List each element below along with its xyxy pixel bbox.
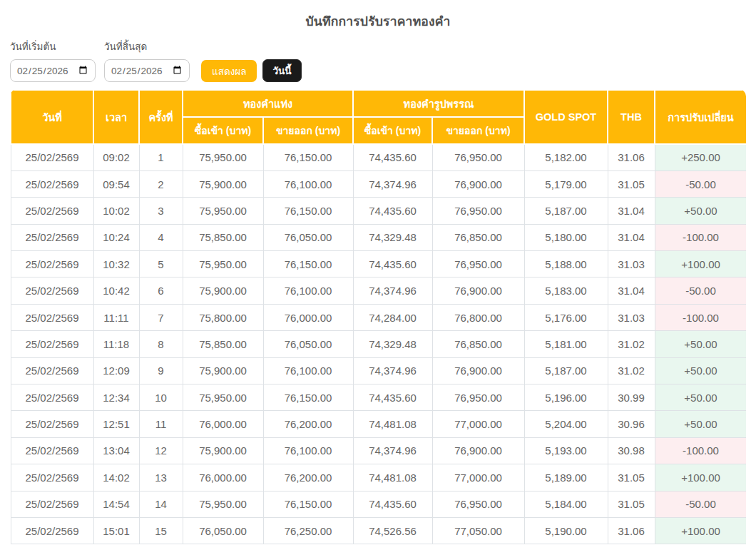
cell-time: 12:34 xyxy=(93,384,139,411)
cell-thb: 31.05 xyxy=(608,170,655,197)
table-row: 25/02/256911:11775,800.0076,000.0074,284… xyxy=(11,304,746,330)
cell-orn-sell: 76,950.00 xyxy=(432,251,524,277)
cell-orn-sell: 76,900.00 xyxy=(432,437,524,464)
cell-thb: 31.05 xyxy=(608,491,655,517)
table-row: 25/02/256910:32575,950.0076,150.0074,435… xyxy=(11,251,746,277)
cell-date: 25/02/2569 xyxy=(11,491,93,517)
cell-change: +100.00 xyxy=(655,251,746,277)
cell-orn-buy: 74,435.60 xyxy=(353,251,432,277)
cell-orn-buy: 74,526.56 xyxy=(353,517,432,544)
cell-orn-sell: 76,900.00 xyxy=(432,357,524,384)
cell-bar-buy: 76,000.00 xyxy=(183,464,263,491)
cell-orn-sell: 76,850.00 xyxy=(432,331,524,357)
cell-time: 09:02 xyxy=(93,144,139,170)
cell-bar-buy: 75,900.00 xyxy=(183,277,263,304)
cell-change: -50.00 xyxy=(655,277,746,304)
cell-bar-sell: 76,200.00 xyxy=(263,411,353,437)
table-row: 25/02/256909:54275,900.0076,100.0074,374… xyxy=(11,170,746,197)
cell-spot: 5,179.00 xyxy=(524,170,608,197)
end-date-label: วันที่สิ้นสุด xyxy=(104,39,190,54)
table-row: 25/02/256910:02375,950.0076,150.0074,435… xyxy=(11,198,746,224)
cell-no: 1 xyxy=(139,144,183,170)
cell-time: 10:42 xyxy=(93,277,139,304)
header-bar-sell: ขายออก (บาท) xyxy=(263,117,353,144)
cell-time: 14:54 xyxy=(93,491,139,517)
table-row: 25/02/256909:02175,950.0076,150.0074,435… xyxy=(11,144,746,170)
end-date-input[interactable] xyxy=(104,59,190,82)
table-row: 25/02/256911:18875,850.0076,050.0074,329… xyxy=(11,331,746,357)
cell-change: +50.00 xyxy=(655,384,746,411)
cell-orn-sell: 76,900.00 xyxy=(432,170,524,197)
cell-change: +50.00 xyxy=(655,198,746,224)
cell-date: 25/02/2569 xyxy=(11,464,93,491)
table-row: 25/02/256914:021376,000.0076,200.0074,48… xyxy=(11,464,746,491)
cell-bar-buy: 75,950.00 xyxy=(183,198,263,224)
cell-orn-buy: 74,481.08 xyxy=(353,464,432,491)
cell-time: 12:51 xyxy=(93,411,139,437)
cell-time: 11:18 xyxy=(93,331,139,357)
cell-bar-sell: 76,100.00 xyxy=(263,437,353,464)
cell-no: 11 xyxy=(139,411,183,437)
cell-time: 11:11 xyxy=(93,304,139,330)
header-gold-bar-group: ทองคำแท่ง xyxy=(183,90,353,117)
header-gold-spot: GOLD SPOT xyxy=(524,90,608,144)
cell-date: 25/02/2569 xyxy=(11,251,93,277)
cell-change: -50.00 xyxy=(655,491,746,517)
cell-time: 15:01 xyxy=(93,517,139,544)
cell-orn-sell: 76,800.00 xyxy=(432,304,524,330)
cell-time: 10:32 xyxy=(93,251,139,277)
cell-spot: 5,183.00 xyxy=(524,277,608,304)
cell-bar-buy: 75,900.00 xyxy=(183,357,263,384)
table-body: 25/02/256909:02175,950.0076,150.0074,435… xyxy=(11,144,746,544)
cell-date: 25/02/2569 xyxy=(11,437,93,464)
header-orn-buy: ซื้อเข้า (บาท) xyxy=(353,117,432,144)
table-row: 25/02/256910:42675,900.0076,100.0074,374… xyxy=(11,277,746,304)
cell-date: 25/02/2569 xyxy=(11,198,93,224)
cell-thb: 31.02 xyxy=(608,357,655,384)
cell-spot: 5,196.00 xyxy=(524,384,608,411)
table-row: 25/02/256912:09975,900.0076,100.0074,374… xyxy=(11,357,746,384)
cell-orn-sell: 77,000.00 xyxy=(432,411,524,437)
cell-orn-sell: 76,850.00 xyxy=(432,224,524,250)
cell-date: 25/02/2569 xyxy=(11,357,93,384)
filter-bar: วันที่เริ่มต้น วันที่สิ้นสุด แสดงผล วันน… xyxy=(10,39,746,82)
cell-no: 9 xyxy=(139,357,183,384)
cell-bar-sell: 76,100.00 xyxy=(263,357,353,384)
cell-time: 12:09 xyxy=(93,357,139,384)
cell-bar-sell: 76,200.00 xyxy=(263,464,353,491)
cell-bar-sell: 76,150.00 xyxy=(263,251,353,277)
cell-orn-buy: 74,435.60 xyxy=(353,198,432,224)
cell-change: +100.00 xyxy=(655,517,746,544)
cell-date: 25/02/2569 xyxy=(11,304,93,330)
cell-date: 25/02/2569 xyxy=(11,170,93,197)
cell-time: 10:02 xyxy=(93,198,139,224)
table-row: 25/02/256912:511176,000.0076,200.0074,48… xyxy=(11,411,746,437)
cell-spot: 5,204.00 xyxy=(524,411,608,437)
cell-no: 10 xyxy=(139,384,183,411)
cell-spot: 5,187.00 xyxy=(524,357,608,384)
cell-change: +100.00 xyxy=(655,464,746,491)
cell-date: 25/02/2569 xyxy=(11,144,93,170)
cell-bar-buy: 75,950.00 xyxy=(183,251,263,277)
cell-thb: 31.03 xyxy=(608,251,655,277)
cell-spot: 5,181.00 xyxy=(524,331,608,357)
cell-orn-buy: 74,284.00 xyxy=(353,304,432,330)
cell-date: 25/02/2569 xyxy=(11,411,93,437)
cell-date: 25/02/2569 xyxy=(11,277,93,304)
cell-change: -100.00 xyxy=(655,437,746,464)
show-results-button[interactable]: แสดงผล xyxy=(201,60,257,82)
today-button[interactable]: วันนี้ xyxy=(262,59,301,82)
table-row: 25/02/256915:011576,050.0076,250.0074,52… xyxy=(11,517,746,544)
cell-thb: 31.04 xyxy=(608,277,655,304)
start-date-input[interactable] xyxy=(10,59,96,82)
cell-bar-buy: 75,950.00 xyxy=(183,491,263,517)
header-time: เวลา xyxy=(93,90,139,144)
cell-thb: 31.03 xyxy=(608,304,655,330)
header-round: ครั้งที่ xyxy=(139,90,183,144)
header-gold-ornament-group: ทองคำรูปพรรณ xyxy=(353,90,524,117)
cell-no: 2 xyxy=(139,170,183,197)
cell-orn-sell: 77,000.00 xyxy=(432,464,524,491)
cell-no: 6 xyxy=(139,277,183,304)
cell-orn-buy: 74,435.60 xyxy=(353,491,432,517)
cell-no: 13 xyxy=(139,464,183,491)
